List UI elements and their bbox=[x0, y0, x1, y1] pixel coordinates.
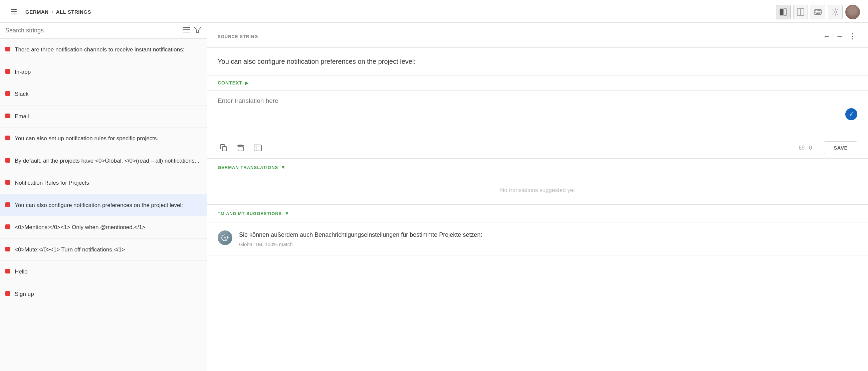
translation-toolbar: 69 · 0 SAVE bbox=[207, 137, 868, 159]
tm-suggestions-label: TM AND MT SUGGESTIONS bbox=[218, 211, 282, 216]
list-item-active[interactable]: You can also configure notification pref… bbox=[0, 194, 207, 217]
delete-button[interactable] bbox=[235, 142, 246, 154]
suggestion-meta: Global TM, 100% match bbox=[239, 241, 857, 247]
save-button[interactable]: SAVE bbox=[824, 141, 857, 154]
context-section[interactable]: CONTEXT ▶ bbox=[207, 75, 868, 91]
right-panel: SOURCE STRING ← → ⋮ You can also configu… bbox=[207, 23, 868, 371]
svg-point-24 bbox=[224, 237, 226, 239]
svg-rect-13 bbox=[816, 13, 820, 14]
prev-button[interactable]: ← bbox=[822, 31, 832, 42]
topbar: ☰ GERMAN › ALL STRINGS bbox=[0, 1, 868, 23]
next-button[interactable]: → bbox=[835, 31, 845, 42]
status-dot bbox=[5, 180, 10, 185]
status-dot bbox=[5, 291, 10, 296]
list-item[interactable]: In-app bbox=[0, 61, 207, 84]
string-text: Notification Rules for Projects bbox=[15, 179, 89, 187]
svg-rect-1 bbox=[783, 9, 786, 16]
source-nav: ← → ⋮ bbox=[822, 31, 857, 42]
list-item[interactable]: Email bbox=[0, 105, 207, 128]
search-input[interactable] bbox=[5, 27, 179, 34]
svg-rect-21 bbox=[254, 145, 261, 151]
svg-rect-20 bbox=[238, 146, 243, 151]
gear-icon bbox=[832, 8, 839, 16]
copy-source-button[interactable] bbox=[218, 142, 230, 154]
split-right-icon bbox=[797, 8, 804, 16]
list-item[interactable]: Sign up bbox=[0, 283, 207, 306]
svg-rect-9 bbox=[815, 12, 816, 13]
string-text: <0>Mute:</0><1> Turn off notifications.<… bbox=[15, 245, 125, 254]
context-expand-icon: ▶ bbox=[245, 80, 249, 86]
status-dot bbox=[5, 269, 10, 274]
list-item[interactable]: You can also set up notification rules f… bbox=[0, 128, 207, 150]
list-item[interactable]: There are three notification channels to… bbox=[0, 39, 207, 61]
suggestion-icon bbox=[218, 230, 232, 245]
list-view-icon[interactable] bbox=[183, 27, 190, 34]
string-text: There are three notification channels to… bbox=[15, 45, 184, 54]
history-icon bbox=[254, 144, 262, 152]
svg-rect-12 bbox=[819, 12, 820, 13]
string-text: <0>Mentions:</0><1> Only when @mentioned… bbox=[15, 223, 146, 232]
no-translations-message: No translations suggested yet bbox=[207, 176, 868, 205]
status-dot bbox=[5, 114, 10, 118]
string-text: Sign up bbox=[15, 290, 34, 299]
svg-marker-18 bbox=[194, 27, 201, 33]
svg-rect-0 bbox=[780, 9, 783, 16]
split-left-icon bbox=[779, 8, 787, 16]
tm-arrow-icon: ▼ bbox=[284, 211, 289, 216]
string-text: You can also set up notification rules f… bbox=[15, 134, 158, 143]
search-bar bbox=[0, 23, 207, 39]
status-dot bbox=[5, 69, 10, 74]
suggestion-item[interactable]: Sie können außerdem auch Benachrichtigun… bbox=[207, 222, 868, 255]
settings-button[interactable] bbox=[828, 5, 843, 19]
breadcrumb: GERMAN › ALL STRINGS bbox=[25, 8, 91, 16]
source-string-header: SOURCE STRING ← → ⋮ bbox=[207, 23, 868, 48]
string-text: You can also configure notification pref… bbox=[15, 201, 183, 210]
filter-icon[interactable] bbox=[194, 27, 201, 34]
list-icon bbox=[183, 27, 190, 33]
svg-rect-7 bbox=[818, 10, 819, 11]
svg-point-14 bbox=[834, 11, 837, 13]
split-right-button[interactable] bbox=[793, 5, 808, 19]
keyboard-button[interactable] bbox=[811, 5, 825, 19]
context-label: CONTEXT bbox=[218, 80, 242, 86]
string-text: By default, all the projects have <0>Glo… bbox=[15, 157, 199, 165]
status-dot bbox=[5, 135, 10, 140]
breadcrumb-project[interactable]: GERMAN bbox=[25, 9, 49, 15]
svg-rect-5 bbox=[815, 10, 816, 11]
breadcrumb-current: ALL STRINGS bbox=[56, 9, 91, 15]
menu-icon[interactable]: ☰ bbox=[8, 5, 20, 19]
avatar[interactable] bbox=[845, 5, 860, 19]
left-panel: There are three notification channels to… bbox=[0, 23, 207, 371]
main-layout: There are three notification channels to… bbox=[0, 23, 868, 371]
string-text: Hello bbox=[15, 268, 28, 276]
more-options-button[interactable]: ⋮ bbox=[847, 31, 857, 42]
history-button[interactable] bbox=[252, 142, 264, 154]
split-left-button[interactable] bbox=[776, 5, 790, 19]
status-dot bbox=[5, 224, 10, 229]
tm-icon bbox=[221, 234, 229, 241]
list-item[interactable]: Slack bbox=[0, 83, 207, 105]
list-item[interactable]: Notification Rules for Projects bbox=[0, 172, 207, 194]
list-item[interactable]: <0>Mentions:</0><1> Only when @mentioned… bbox=[0, 216, 207, 239]
list-item[interactable]: By default, all the projects have <0>Glo… bbox=[0, 150, 207, 172]
filter-icon bbox=[194, 27, 201, 33]
topbar-left: ☰ GERMAN › ALL STRINGS bbox=[8, 5, 776, 19]
search-icons bbox=[183, 27, 201, 34]
list-item[interactable]: Hello bbox=[0, 261, 207, 283]
status-dot bbox=[5, 203, 10, 207]
source-string-label: SOURCE STRING bbox=[218, 34, 258, 39]
copy-icon bbox=[220, 144, 228, 152]
status-dot bbox=[5, 47, 10, 52]
translation-input[interactable] bbox=[218, 97, 857, 124]
svg-rect-6 bbox=[816, 10, 817, 11]
suggestion-content: Sie können außerdem auch Benachrichtigun… bbox=[239, 230, 857, 247]
string-list: There are three notification channels to… bbox=[0, 39, 207, 371]
list-item[interactable]: <0>Mute:</0><1> Turn off notifications.<… bbox=[0, 239, 207, 261]
svg-rect-19 bbox=[222, 147, 227, 151]
confirm-icon[interactable]: ✓ bbox=[845, 108, 857, 120]
breadcrumb-arrow-icon: › bbox=[52, 8, 54, 16]
avatar-image bbox=[845, 5, 860, 19]
string-text: Email bbox=[15, 112, 29, 121]
german-translations-header[interactable]: GERMAN TRANSLATIONS ▼ bbox=[207, 159, 868, 176]
tm-suggestions-header[interactable]: TM AND MT SUGGESTIONS ▼ bbox=[207, 205, 868, 222]
